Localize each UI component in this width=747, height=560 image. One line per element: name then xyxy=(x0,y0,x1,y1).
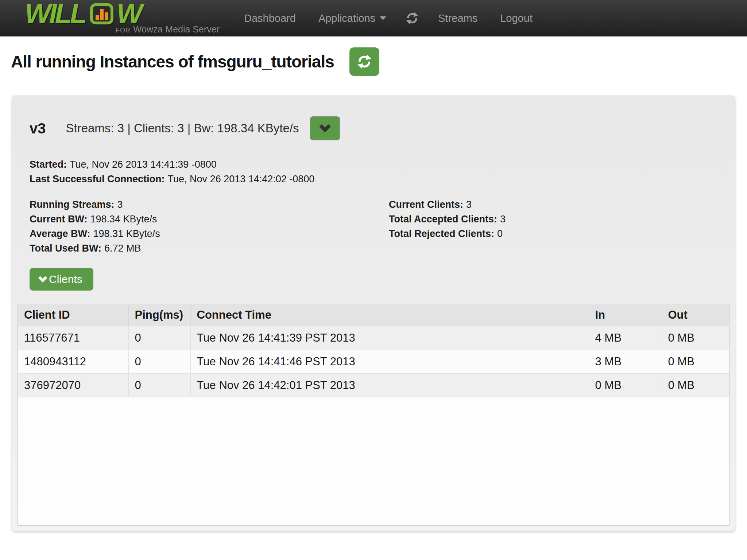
column-header-client-id: Client ID xyxy=(18,304,128,326)
refresh-icon xyxy=(357,54,372,69)
clients-toggle-button[interactable]: Clients xyxy=(30,268,93,291)
stat-current-clients: Current Clients:3 xyxy=(389,197,506,212)
page-title: All running Instances of fmsguru_tutoria… xyxy=(11,52,334,71)
column-header-ping: Ping(ms) xyxy=(128,304,190,326)
bar-chart-logo-icon xyxy=(90,3,114,24)
stat-total-rejected-clients: Total Rejected Clients:0 xyxy=(389,226,506,241)
cell-ping: 0 xyxy=(128,350,190,374)
started-line: Started:Tue, Nov 26 2013 14:41:39 -0800 xyxy=(30,157,735,172)
nav-refresh-button[interactable] xyxy=(398,12,427,25)
instance-header: v3 Streams: 3 | Clients: 3 | Bw: 198.34 … xyxy=(30,96,735,140)
cell-client-id: 116577671 xyxy=(18,326,128,350)
stats-column-right: Current Clients:3 Total Accepted Clients… xyxy=(389,197,506,256)
table-header-row: Client ID Ping(ms) Connect Time In Out xyxy=(18,304,729,326)
cell-connect-time: Tue Nov 26 14:41:46 PST 2013 xyxy=(190,350,589,374)
last-connection-line: Last Successful Connection:Tue, Nov 26 2… xyxy=(30,172,735,186)
page-header: All running Instances of fmsguru_tutoria… xyxy=(11,47,747,76)
table-empty-area xyxy=(18,397,729,525)
table-row: 1480943112 0 Tue Nov 26 14:41:46 PST 201… xyxy=(18,350,729,374)
cell-in: 4 MB xyxy=(589,326,662,350)
stat-total-accepted-clients: Total Accepted Clients:3 xyxy=(389,212,506,226)
nav-item-dashboard[interactable]: Dashboard xyxy=(233,12,307,24)
refresh-icon xyxy=(406,12,419,25)
nav-item-applications[interactable]: Applications xyxy=(307,12,398,24)
cell-ping: 0 xyxy=(128,374,190,397)
chevron-down-icon xyxy=(380,16,386,20)
cell-client-id: 376972070 xyxy=(18,374,128,397)
nav-item-streams[interactable]: Streams xyxy=(427,12,489,24)
column-header-in: In xyxy=(589,304,662,326)
stat-average-bw: Average BW:198.31 KByte/s xyxy=(30,226,389,241)
instance-name: v3 xyxy=(30,120,46,137)
willow-wordmark: WILL W xyxy=(25,2,222,26)
wordmark-left: WILL xyxy=(25,2,85,26)
nav-item-logout[interactable]: Logout xyxy=(489,12,544,24)
cell-client-id: 1480943112 xyxy=(18,350,128,374)
cell-in: 0 MB xyxy=(589,374,662,397)
cell-connect-time: Tue Nov 26 14:41:39 PST 2013 xyxy=(190,326,589,350)
cell-out: 0 MB xyxy=(662,326,729,350)
chevron-down-icon xyxy=(38,275,48,283)
cell-out: 0 MB xyxy=(662,350,729,374)
page-refresh-button[interactable] xyxy=(349,47,379,76)
cell-connect-time: Tue Nov 26 14:42:01 PST 2013 xyxy=(190,374,589,397)
stat-total-used-bw: Total Used BW:6.72 MB xyxy=(30,241,389,256)
chevron-down-icon xyxy=(318,123,332,133)
clients-table: Client ID Ping(ms) Connect Time In Out 1… xyxy=(18,304,729,526)
instance-timestamps: Started:Tue, Nov 26 2013 14:41:39 -0800 … xyxy=(30,157,735,186)
stats-column-left: Running Streams:3 Current BW:198.34 KByt… xyxy=(30,197,389,256)
cell-ping: 0 xyxy=(128,326,190,350)
stat-current-bw: Current BW:198.34 KByte/s xyxy=(30,212,389,226)
instance-panel: v3 Streams: 3 | Clients: 3 | Bw: 198.34 … xyxy=(12,96,735,532)
nav-menu: Dashboard Applications Streams Logout xyxy=(233,12,544,25)
cell-in: 3 MB xyxy=(589,350,662,374)
top-navbar: WILL W FOR Wowza Media Server Dashboard … xyxy=(0,0,747,36)
willow-logo[interactable]: WILL W FOR Wowza Media Server xyxy=(25,2,222,35)
column-header-connect-time: Connect Time xyxy=(190,304,589,326)
instance-collapse-button[interactable] xyxy=(310,116,340,140)
instance-summary: Streams: 3 | Clients: 3 | Bw: 198.34 KBy… xyxy=(66,121,299,135)
table-row: 376972070 0 Tue Nov 26 14:42:01 PST 2013… xyxy=(18,374,729,397)
wordmark-right: W xyxy=(117,2,141,26)
cell-out: 0 MB xyxy=(662,374,729,397)
instance-stats: Running Streams:3 Current BW:198.34 KByt… xyxy=(30,197,735,256)
stat-running-streams: Running Streams:3 xyxy=(30,197,389,212)
column-header-out: Out xyxy=(662,304,729,326)
table-row: 116577671 0 Tue Nov 26 14:41:39 PST 2013… xyxy=(18,326,729,350)
